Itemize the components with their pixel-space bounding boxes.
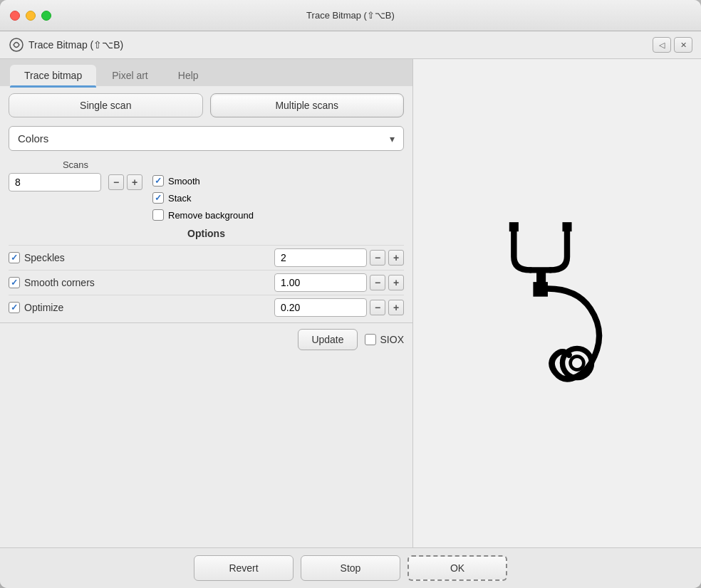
optimize-increment-button[interactable]: + xyxy=(388,300,404,315)
minimize-button[interactable] xyxy=(26,11,36,21)
smooth-corners-row: Smooth corners − + xyxy=(9,270,404,295)
stack-label: Stack xyxy=(168,193,192,204)
siox-label: SIOX xyxy=(380,334,404,345)
inner-header: Trace Bitmap (⇧⌥B) ◁ ✕ xyxy=(0,31,701,59)
scans-left: Scans − + xyxy=(9,159,142,191)
nav-back-button[interactable]: ◁ xyxy=(653,37,671,53)
ok-button[interactable]: OK xyxy=(407,555,507,581)
smooth-checkbox[interactable] xyxy=(152,175,164,187)
stack-checkbox[interactable] xyxy=(152,192,164,204)
speckles-increment-button[interactable]: + xyxy=(388,250,404,266)
window-title: Trace Bitmap (⇧⌥B) xyxy=(306,10,395,21)
dropdown-arrow-icon: ▾ xyxy=(390,133,395,145)
siox-group: SIOX xyxy=(365,334,404,345)
smooth-corners-label-area: Smooth corners xyxy=(9,277,274,288)
tabs-container: Trace bitmap Pixel art Help xyxy=(0,59,412,86)
close-button[interactable] xyxy=(10,11,20,21)
optimize-row: Optimize − + xyxy=(9,295,404,320)
svg-point-6 xyxy=(571,357,584,370)
update-button[interactable]: Update xyxy=(298,329,357,350)
siox-checkbox[interactable] xyxy=(365,334,376,345)
stop-button[interactable]: Stop xyxy=(301,555,400,581)
optimize-decrement-button[interactable]: − xyxy=(370,300,385,315)
inner-title-area: Trace Bitmap (⇧⌥B) xyxy=(9,37,123,53)
right-checkboxes: Smooth Stack Remove background xyxy=(152,175,254,221)
main-window: Trace Bitmap (⇧⌥B) Trace Bitmap (⇧⌥B) ◁ … xyxy=(0,0,701,588)
scan-buttons: Single scan Multiple scans xyxy=(0,86,412,123)
optimize-checkbox[interactable] xyxy=(9,302,20,313)
scans-and-checks-area: Scans − + Smooth xyxy=(0,157,412,222)
optimize-input[interactable] xyxy=(274,298,367,317)
preview-area xyxy=(413,59,701,547)
svg-point-0 xyxy=(10,38,23,51)
speckles-label: Speckles xyxy=(24,252,65,263)
footer-buttons: Revert Stop OK xyxy=(0,547,701,588)
smooth-label: Smooth xyxy=(168,176,200,187)
scans-decrement-button[interactable]: − xyxy=(108,174,124,190)
speckles-decrement-button[interactable]: − xyxy=(370,250,385,266)
window-body: Trace Bitmap (⇧⌥B) ◁ ✕ Trace bitmap Pixe… xyxy=(0,31,701,588)
revert-button[interactable]: Revert xyxy=(194,555,294,581)
scans-increment-button[interactable]: + xyxy=(127,174,142,190)
single-scan-button[interactable]: Single scan xyxy=(9,93,203,117)
right-panel xyxy=(413,59,701,547)
colors-label: Colors xyxy=(18,132,48,145)
multiple-scans-button[interactable]: Multiple scans xyxy=(210,93,405,117)
speckles-checkbox[interactable] xyxy=(9,252,20,263)
main-content: Trace bitmap Pixel art Help Single scan … xyxy=(0,59,701,547)
left-panel: Trace bitmap Pixel art Help Single scan … xyxy=(0,59,413,547)
smooth-checkbox-row: Smooth xyxy=(152,175,254,187)
speckles-input[interactable] xyxy=(274,248,367,267)
speckles-input-group: − + xyxy=(274,248,404,267)
inner-title-text: Trace Bitmap (⇧⌥B) xyxy=(28,39,123,51)
optimize-label: Optimize xyxy=(24,302,63,313)
smooth-corners-checkbox[interactable] xyxy=(9,277,20,288)
optimize-label-area: Optimize xyxy=(9,302,274,313)
options-title: Options xyxy=(9,228,404,239)
smooth-corners-input[interactable] xyxy=(274,273,367,292)
smooth-corners-increment-button[interactable]: + xyxy=(388,275,404,290)
tab-help[interactable]: Help xyxy=(164,65,213,86)
bottom-bar: Update SIOX xyxy=(0,322,412,356)
smooth-corners-decrement-button[interactable]: − xyxy=(370,275,385,290)
tab-bar: Trace bitmap Pixel art Help xyxy=(0,59,412,86)
remove-background-checkbox[interactable] xyxy=(152,209,164,221)
scans-header-label: Scans xyxy=(9,159,142,170)
speckles-row: Speckles − + xyxy=(9,245,404,270)
tab-pixel-art[interactable]: Pixel art xyxy=(98,65,162,86)
colors-dropdown[interactable]: Colors ▾ xyxy=(9,126,404,151)
speckles-label-area: Speckles xyxy=(9,252,274,263)
trace-bitmap-icon xyxy=(9,37,24,53)
stack-checkbox-row: Stack xyxy=(152,192,254,204)
optimize-input-group: − + xyxy=(274,298,404,317)
scans-value-input[interactable] xyxy=(9,173,101,191)
tab-trace-bitmap[interactable]: Trace bitmap xyxy=(10,65,96,86)
nav-arrows: ◁ ✕ xyxy=(653,37,692,53)
stethoscope-preview xyxy=(457,204,657,403)
svg-rect-3 xyxy=(536,270,546,283)
titlebar: Trace Bitmap (⇧⌥B) xyxy=(0,0,701,31)
options-section: Options Speckles − + xyxy=(0,222,412,322)
remove-background-label: Remove background xyxy=(168,210,254,221)
traffic-lights xyxy=(10,11,51,21)
maximize-button[interactable] xyxy=(41,11,51,21)
scans-stepper: − + xyxy=(108,174,142,190)
smooth-corners-label: Smooth corners xyxy=(24,277,95,288)
nav-close-button[interactable]: ✕ xyxy=(674,37,692,53)
smooth-corners-input-group: − + xyxy=(274,273,404,292)
remove-background-checkbox-row: Remove background xyxy=(152,209,254,221)
